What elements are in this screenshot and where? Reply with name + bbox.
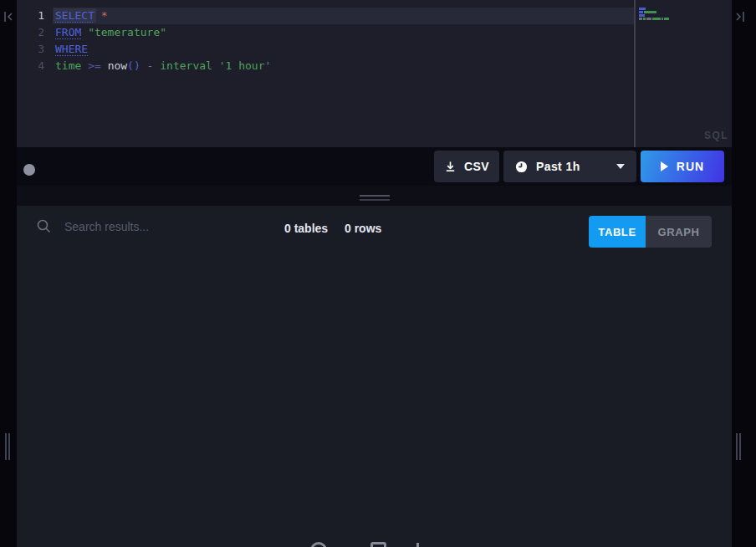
code-token (101, 59, 108, 72)
query-toolbar: CSV Past 1h RUN (17, 147, 732, 186)
sql-code-editor[interactable]: 1 SELECT * 2 FROM "temerature" 3 WHERE 4… (17, 0, 732, 147)
code-token: * (101, 9, 108, 22)
code-token: time (55, 59, 81, 72)
rows-count: 0 rows (345, 219, 381, 238)
line-number: 3 (17, 41, 44, 58)
code-token: SELECT (54, 8, 96, 23)
search-icon (37, 219, 51, 233)
minimap-line (639, 8, 646, 10)
panel-splitter[interactable] (17, 186, 732, 206)
csv-download-button[interactable]: CSV (434, 151, 499, 182)
code-line-1[interactable]: 1 SELECT * (17, 8, 634, 24)
code-line-2[interactable]: 2 FROM "temerature" (17, 24, 634, 41)
results-search (37, 219, 240, 233)
code-token: WHERE (55, 43, 88, 55)
code-text: WHERE (55, 41, 88, 58)
csv-button-label: CSV (464, 160, 489, 173)
tab-graph-view[interactable]: GRAPH (646, 216, 712, 248)
cutoff-square-glyph (370, 542, 386, 547)
view-toggle-group: TABLE GRAPH (589, 216, 712, 248)
right-drag-handle[interactable] (736, 433, 741, 460)
line-number: 1 (17, 8, 44, 24)
cutoff-tick-glyph (416, 543, 419, 547)
download-icon (444, 161, 457, 173)
code-token (140, 59, 147, 72)
code-token (81, 59, 88, 72)
code-text: FROM "temerature" (55, 24, 166, 41)
code-minimap[interactable] (639, 8, 689, 21)
collapse-right-icon[interactable] (734, 10, 746, 23)
left-panel-rail[interactable] (0, 0, 17, 547)
time-range-dropdown[interactable]: Past 1h (503, 151, 636, 182)
minimap-line (639, 14, 645, 17)
tables-count: 0 tables (284, 219, 328, 238)
tab-table-view[interactable]: TABLE (589, 216, 646, 248)
code-token: interval (160, 59, 212, 72)
search-results-input[interactable] (64, 220, 240, 233)
code-text: time >= now() - interval '1 hour' (55, 58, 271, 74)
left-drag-handle[interactable] (5, 433, 10, 460)
line-number: 2 (17, 24, 44, 41)
splitter-grip-icon[interactable] (360, 195, 390, 203)
code-token: () (127, 59, 140, 72)
status-indicator-dot (23, 164, 35, 176)
code-token (81, 26, 88, 38)
code-token: '1 hour' (219, 59, 272, 72)
code-text: SELECT * (55, 8, 108, 24)
minimap-divider (634, 0, 636, 147)
sql-explorer-window: 1 SELECT * 2 FROM "temerature" 3 WHERE 4… (0, 0, 756, 547)
code-line-4[interactable]: 4 time >= now() - interval '1 hour' (17, 58, 634, 74)
code-token: FROM (55, 26, 81, 38)
run-query-button[interactable]: RUN (641, 151, 724, 182)
code-token: >= (88, 59, 101, 72)
run-button-label: RUN (677, 160, 704, 173)
cutoff-circle-glyph (310, 542, 327, 547)
time-range-value: Past 1h (536, 160, 580, 173)
language-badge: SQL (704, 130, 728, 141)
chevron-down-icon (616, 164, 625, 169)
results-panel: 0 tables 0 rows TABLE GRAPH (17, 206, 732, 547)
code-token (212, 59, 219, 72)
line-number: 4 (17, 58, 44, 74)
code-token (94, 9, 101, 22)
clock-icon (515, 161, 528, 173)
code-token: "temerature" (88, 26, 166, 38)
code-line-3[interactable]: 3 WHERE (17, 41, 634, 58)
minimap-line (639, 18, 669, 20)
minimap-line (639, 11, 656, 13)
code-token: now (108, 59, 127, 72)
play-icon (661, 161, 668, 171)
right-panel-rail[interactable] (732, 0, 756, 547)
collapse-left-icon[interactable] (3, 10, 14, 23)
